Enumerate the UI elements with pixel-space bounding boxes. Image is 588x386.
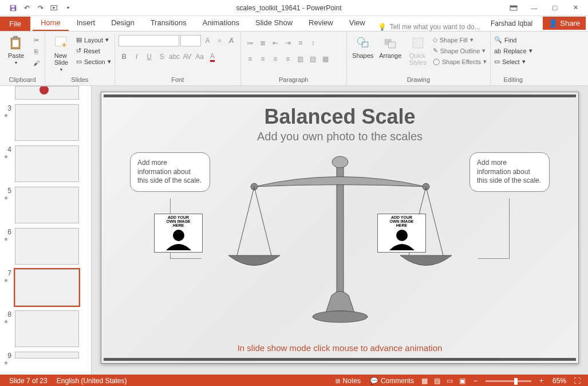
slide-thumbnail[interactable]: 8★ (0, 308, 91, 349)
zoom-slider[interactable] (486, 380, 531, 382)
underline-icon[interactable]: U (144, 51, 155, 62)
minimize-icon[interactable]: — (524, 0, 544, 16)
tab-transitions[interactable]: Transitions (143, 15, 195, 31)
zoom-level[interactable]: 65% (548, 377, 571, 385)
callout-right[interactable]: Add more information about this side of … (469, 152, 550, 192)
font-size-select[interactable] (180, 35, 201, 46)
cut-icon[interactable]: ✂ (31, 35, 41, 45)
tab-view[interactable]: View (341, 15, 373, 31)
italic-icon[interactable]: I (131, 51, 143, 62)
bullets-icon[interactable]: ≔ (244, 37, 256, 49)
shadow-icon[interactable]: abc (169, 51, 180, 62)
close-icon[interactable]: ✕ (565, 0, 586, 16)
animation-star-icon: ★ (3, 112, 11, 119)
slide-sorter-view-icon[interactable]: ▤ (431, 375, 444, 386)
decrease-indent-icon[interactable]: ⇤ (270, 37, 281, 49)
save-icon[interactable] (7, 2, 19, 14)
shape-effects-button[interactable]: ◯ Shape Effects ▾ (433, 57, 487, 66)
file-tab[interactable]: File (0, 17, 30, 31)
numbering-icon[interactable]: ≣ (257, 37, 269, 49)
undo-icon[interactable]: ↶ (21, 2, 33, 14)
align-right-icon[interactable]: ≡ (270, 53, 281, 65)
tab-insert[interactable]: Insert (69, 15, 104, 31)
slide-editor[interactable]: Balanced Scale Add you own photo to the … (92, 86, 588, 375)
fit-to-window-icon[interactable]: ⛶ (571, 375, 583, 386)
slideshow-view-icon[interactable]: ▣ (456, 375, 469, 386)
layout-button[interactable]: ▤ Layout ▾ (76, 35, 111, 45)
replace-button[interactable]: ab Replace ▾ (494, 46, 532, 56)
paste-button[interactable]: Paste▾ (3, 35, 29, 65)
line-spacing-icon[interactable]: ≡ (295, 37, 306, 49)
clear-formatting-icon[interactable]: A̸ (226, 35, 237, 46)
slide-subtitle[interactable]: Add you own photo to the scales (101, 130, 578, 143)
tab-slideshow[interactable]: Slide Show (247, 15, 301, 31)
slide-thumbnail[interactable]: 9★ (0, 349, 91, 366)
shape-outline-button[interactable]: ✎ Shape Outline ▾ (433, 46, 487, 56)
zoom-in-icon[interactable]: + (535, 377, 548, 385)
tab-home[interactable]: Home (33, 15, 69, 31)
reading-view-icon[interactable]: ▭ (444, 375, 456, 386)
animation-star-icon: ★ (3, 153, 11, 160)
align-text-icon[interactable]: ▤ (307, 53, 319, 65)
font-color-icon[interactable]: A (207, 51, 218, 62)
bold-icon[interactable]: B (119, 51, 130, 62)
slide-thumbnails-panel[interactable]: 3★ 4★ 5★ 6★ 7★ 8★ 9★ (0, 86, 92, 375)
tab-animations[interactable]: Animations (195, 15, 247, 31)
maximize-icon[interactable]: ▢ (544, 0, 565, 16)
find-button[interactable]: 🔍 Find (494, 35, 532, 45)
shapes-button[interactable]: Shapes (350, 35, 376, 59)
slide-hint-text[interactable]: In slide show mode click mouse to advanc… (101, 343, 578, 353)
tab-review[interactable]: Review (301, 15, 341, 31)
slide-thumbnail-partial[interactable] (0, 86, 91, 102)
normal-view-icon[interactable]: ▦ (419, 375, 431, 386)
svg-point-10 (357, 37, 364, 44)
section-button[interactable]: ▭ Section ▾ (76, 57, 111, 66)
shape-fill-button[interactable]: ◇ Shape Fill ▾ (433, 35, 487, 45)
align-left-icon[interactable]: ≡ (244, 53, 256, 65)
reset-button[interactable]: ↺ Reset (76, 46, 111, 56)
copy-icon[interactable]: ⎘ (31, 46, 41, 57)
slide-thumbnail[interactable]: 6★ (0, 226, 91, 267)
comments-button[interactable]: 💬 Comments (365, 377, 419, 385)
account-name[interactable]: Farshad Iqbal (483, 16, 540, 31)
slide-thumbnail[interactable]: 3★ (0, 102, 91, 143)
slide-canvas[interactable]: Balanced Scale Add you own photo to the … (101, 92, 579, 364)
zoom-out-icon[interactable]: − (469, 377, 482, 385)
strikethrough-icon[interactable]: S (156, 51, 168, 62)
image-placeholder-left[interactable]: ADD YOUR OWN IMAGE HERE (154, 214, 203, 253)
shrink-font-icon[interactable]: A (214, 35, 225, 46)
grow-font-icon[interactable]: A (202, 35, 213, 46)
status-language[interactable]: English (United States) (52, 377, 132, 385)
slide-thumbnail[interactable]: 4★ (0, 143, 91, 184)
status-slide-number[interactable]: Slide 7 of 23 (5, 377, 52, 385)
tell-me-search[interactable]: 💡Tell me what you want to do... (373, 23, 483, 31)
image-placeholder-right[interactable]: ADD YOUR OWN IMAGE HERE (377, 214, 426, 253)
font-family-select[interactable] (119, 35, 179, 46)
slide-thumbnail[interactable]: 5★ (0, 184, 91, 226)
slide-thumbnail-active[interactable]: 7★ (0, 267, 91, 308)
justify-icon[interactable]: ≡ (282, 53, 294, 65)
select-button[interactable]: ▭ Select ▾ (494, 57, 532, 66)
change-case-icon[interactable]: Aa (194, 51, 206, 62)
start-from-beginning-icon[interactable] (48, 2, 61, 14)
align-center-icon[interactable]: ≡ (257, 53, 269, 65)
columns-icon[interactable]: ▥ (295, 53, 306, 65)
callout-left[interactable]: Add more information about this side of … (130, 152, 210, 192)
group-paragraph: ≔ ≣ ⇤ ⇥ ≡ ↕ ≡ ≡ ≡ ≡ ▥ ▤ ▦ Paragraph (241, 31, 347, 85)
connector-line (170, 258, 202, 259)
redo-icon[interactable]: ↷ (34, 2, 47, 14)
text-direction-icon[interactable]: ↕ (307, 37, 319, 49)
new-slide-button[interactable]: New Slide▾ (49, 35, 74, 72)
customize-qat-icon[interactable]: ▾ (62, 2, 74, 14)
notes-button[interactable]: ≣ Notes (330, 377, 365, 385)
quick-styles-button[interactable]: Quick Styles (405, 35, 431, 66)
tab-design[interactable]: Design (103, 15, 142, 31)
slide-title[interactable]: Balanced Scale (101, 105, 578, 129)
format-painter-icon[interactable]: 🖌 (31, 58, 41, 68)
increase-indent-icon[interactable]: ⇥ (282, 37, 294, 49)
arrange-button[interactable]: Arrange (378, 35, 403, 59)
share-button[interactable]: 👤Share (543, 17, 586, 30)
ribbon-display-icon[interactable] (503, 0, 524, 16)
smartart-icon[interactable]: ▦ (320, 53, 332, 65)
spacing-icon[interactable]: AV (181, 51, 193, 62)
